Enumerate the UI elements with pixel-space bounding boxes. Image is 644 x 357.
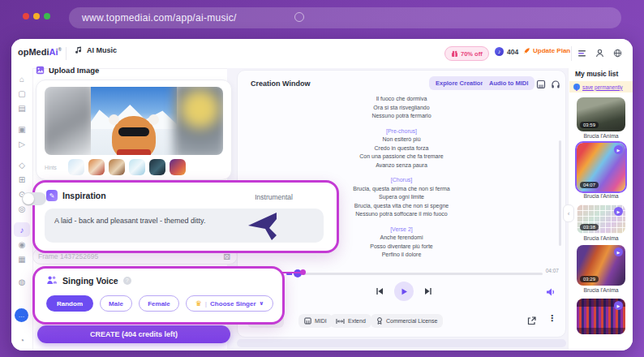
sidebar-camera-icon[interactable]: ◇ <box>14 157 30 172</box>
sidebar-video-icon[interactable]: ▷ <box>14 136 30 151</box>
progress-track[interactable] <box>286 273 543 275</box>
music-list-notice[interactable]: i save permanently <box>569 81 633 92</box>
music-item-label[interactable]: Brucia l'Anima <box>569 133 633 139</box>
audio-to-midi-button[interactable]: Audio to MIDI <box>483 76 535 90</box>
headphones-icon[interactable] <box>551 78 560 92</box>
sidebar-history-icon[interactable]: ◔ <box>14 333 30 347</box>
duration-badge: 03:38 <box>580 224 599 230</box>
choose-singer-dropdown[interactable]: ♛ | Choose Singer ∨ <box>186 295 273 312</box>
next-track-icon[interactable] <box>424 287 432 295</box>
sidebar-snapshot-icon[interactable]: ◍ <box>14 274 30 289</box>
crown-icon: ♛ <box>195 299 202 308</box>
lyric-line: Ora si sta risvegliando <box>238 104 565 113</box>
sidebar-export-icon[interactable]: ⊞ <box>14 172 30 187</box>
hint-thumbnail[interactable] <box>109 159 125 175</box>
play-badge-icon[interactable]: ▶ <box>614 247 623 256</box>
play-badge-icon[interactable]: ▶ <box>614 301 623 310</box>
hints-label: Hints <box>45 165 64 170</box>
randomize-dice-icon[interactable]: ⚄ <box>223 252 230 261</box>
bottom-strip <box>237 339 566 347</box>
nav-ai-music-label: AI Music <box>87 46 117 54</box>
music-item-thumbnail[interactable]: 03:59 <box>577 97 625 131</box>
play-badge-icon[interactable]: ▶ <box>614 145 623 154</box>
inspiration-panel: ✎ Inspiration Instrumental A laid - back… <box>32 180 339 253</box>
lyric-line: Nessuno potrà fermarlo <box>238 112 565 121</box>
upload-image-card[interactable]: Hints <box>36 80 232 180</box>
image-icon <box>36 66 45 75</box>
language-globe-icon[interactable] <box>610 45 625 60</box>
music-item-thumbnail[interactable]: ▶ <box>577 299 625 334</box>
music-item-thumbnail[interactable]: ▶ 03:38 <box>577 204 625 234</box>
ranking-menu-icon[interactable] <box>574 45 589 60</box>
sidebar-music-icon[interactable]: ♪ <box>14 222 30 237</box>
duration-badge: 04:07 <box>580 182 599 188</box>
url-text: www.topmediai.com/app/ai-music/ <box>82 12 237 24</box>
track-duration: 04:07 <box>505 268 559 273</box>
instrumental-toggle[interactable] <box>22 192 46 205</box>
hint-thumbnail[interactable] <box>170 159 186 175</box>
voice-female-button[interactable]: Female <box>139 295 179 312</box>
hint-thumbnail[interactable] <box>88 159 105 175</box>
sidebar-pages-icon[interactable]: ▢ <box>14 86 30 101</box>
midi-button[interactable]: MIDI <box>298 314 333 328</box>
window-minimize-button[interactable] <box>33 13 40 19</box>
logo-divider <box>66 47 67 60</box>
music-item-thumbnail[interactable]: ▶ 03:29 <box>577 245 625 286</box>
music-item-thumbnail-selected[interactable]: ▶ 04:07 <box>577 143 625 191</box>
extend-button[interactable]: Extend <box>330 314 371 328</box>
window-maximize-button[interactable] <box>44 13 50 19</box>
collapse-panel-chevron[interactable]: ‹ <box>563 204 574 222</box>
url-bar[interactable]: www.topmediai.com/app/ai-music/ <box>69 7 621 28</box>
play-badge-icon[interactable]: ▶ <box>614 207 623 216</box>
lyric-line: Non esiterò più <box>238 135 565 144</box>
player-controls <box>367 282 440 301</box>
duration-badge: 03:29 <box>580 276 599 282</box>
hint-thumbnail[interactable] <box>129 159 145 175</box>
credits-count: 404 <box>507 48 518 56</box>
browser-chrome: www.topmediai.com/app/ai-music/ <box>0 0 644 37</box>
previous-track-icon[interactable] <box>376 287 384 295</box>
url-bar-ring-icon <box>294 12 304 22</box>
sidebar-home-icon[interactable]: ⌂ <box>14 71 30 86</box>
screenshot-root: www.topmediai.com/app/ai-music/ opMediAi… <box>0 0 644 357</box>
midi-file-icon[interactable] <box>536 78 546 92</box>
discount-badge[interactable]: 70% off <box>444 46 489 61</box>
update-plan-button[interactable]: Update Plan <box>523 47 570 54</box>
inspiration-pen-icon: ✎ <box>46 190 58 201</box>
music-item-label[interactable]: Brucia l'Anima <box>569 193 633 199</box>
voice-random-button[interactable]: Random <box>46 295 93 312</box>
lyric-line: Il fuoco che dormiva <box>238 95 565 104</box>
commercial-license-button[interactable]: Commercial License <box>371 314 443 328</box>
chevron-down-icon: ∨ <box>260 300 264 307</box>
blurred-left-pane <box>45 87 94 155</box>
help-icon[interactable]: ? <box>123 277 131 285</box>
singers-icon <box>46 275 58 286</box>
credits-indicator[interactable]: ♪ 404 <box>495 47 518 56</box>
more-options-icon[interactable]: ⋮ <box>547 313 556 324</box>
voice-male-button[interactable]: Male <box>100 295 132 312</box>
annotation-connector-dot <box>300 269 306 275</box>
play-button[interactable] <box>394 282 414 301</box>
hint-thumbnail[interactable] <box>149 159 165 175</box>
sidebar-apps-icon[interactable]: ▦ <box>14 252 30 266</box>
blurred-right-pane <box>174 87 223 155</box>
music-item-label[interactable]: Brucia l'Anima <box>569 235 633 241</box>
creation-window-title: Creation Window <box>251 80 310 88</box>
app-logo[interactable]: opMediAi® <box>18 47 62 57</box>
hint-thumbnail[interactable] <box>68 159 84 175</box>
sidebar-gallery-icon[interactable]: ▣ <box>14 122 30 136</box>
volume-icon[interactable] <box>546 286 556 300</box>
inspiration-prompt-input[interactable]: A laid - back and pleasant travel - them… <box>45 209 324 243</box>
inspiration-title: Inspiration <box>62 191 106 200</box>
sidebar-folder-icon[interactable]: ▤ <box>14 101 30 115</box>
window-close-button[interactable] <box>23 13 29 19</box>
share-export-icon[interactable] <box>526 315 537 329</box>
create-button[interactable]: CREATE (404 credits left) <box>37 325 230 343</box>
sidebar-record-icon[interactable]: ◉ <box>14 237 30 252</box>
music-item-label[interactable]: Brucia l'Anima <box>569 287 633 293</box>
lyric-section-header: [Pre-chorus] <box>238 127 565 136</box>
lyrics-scrollbar[interactable] <box>559 140 561 246</box>
nav-ai-music[interactable]: AI Music <box>75 46 117 54</box>
account-icon[interactable] <box>592 45 607 60</box>
support-chat-icon[interactable]: … <box>15 308 28 322</box>
